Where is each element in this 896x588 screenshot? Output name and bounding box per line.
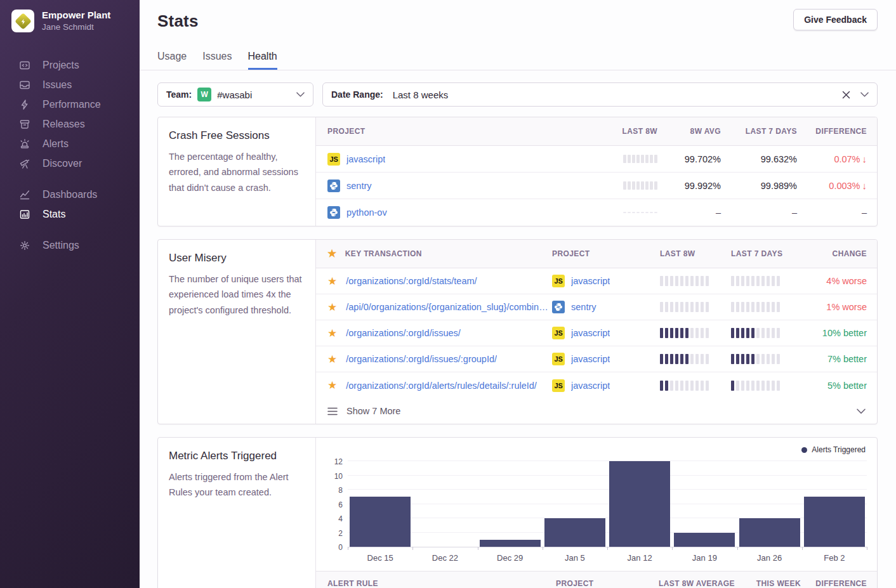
panel-description: Alerts triggered from the Alert Rules yo… [169, 469, 305, 500]
team-select-caret [296, 92, 305, 97]
javascript-platform-icon: JS [552, 275, 565, 287]
sidebar-item-releases[interactable]: Releases [0, 114, 140, 134]
y-tick-label: 12 [334, 457, 343, 466]
date-range-select[interactable]: Date Range: Last 8 weeks [322, 82, 878, 107]
misery-score-bar [660, 354, 731, 364]
panel-title: User Misery [169, 252, 305, 265]
sidebar-item-dashboards[interactable]: Dashboards [0, 185, 140, 204]
column-header: LAST 7 DAYS [721, 127, 797, 136]
javascript-platform-icon: JS [552, 353, 565, 365]
key-transaction-star-icon[interactable]: ★ [327, 302, 337, 313]
key-transaction-star-icon[interactable]: ★ [327, 354, 337, 365]
page-title: Stats [157, 11, 199, 31]
project-link[interactable]: javascript [571, 276, 610, 286]
avg-8w-value: 99.992% [657, 181, 721, 191]
metric-alerts-chart-area: Alerts Triggered 024681012 Dec 15Dec 22D… [316, 438, 877, 588]
sidebar-nav-secondary: Dashboards Stats [0, 185, 140, 224]
sidebar-item-label: Projects [43, 60, 79, 71]
x-tick [412, 547, 413, 550]
show-more-row[interactable]: Show 7 More [316, 398, 877, 424]
legend-dot-icon [801, 447, 807, 453]
sparkline [623, 155, 657, 163]
project-link[interactable]: javascript [571, 354, 610, 364]
project-link[interactable]: javascript [346, 154, 385, 164]
x-tick [737, 547, 738, 550]
project-link[interactable]: python-ov [346, 207, 387, 218]
column-header: DIFFERENCE [801, 579, 877, 588]
key-transaction-star-icon[interactable]: ★ [327, 276, 337, 287]
sidebar-item-settings[interactable]: Settings [0, 235, 140, 255]
chevron-down-icon [857, 408, 866, 414]
difference-value: 0.07%↓ [797, 154, 867, 164]
project-link[interactable]: sentry [346, 181, 372, 191]
sidebar-item-projects[interactable]: Projects [0, 55, 140, 75]
column-header: ALERT RULE [316, 579, 556, 588]
column-header: CHANGE [802, 249, 877, 258]
column-header: LAST 7 DAYS [731, 249, 802, 258]
sidebar-item-label: Discover [43, 158, 82, 169]
crash-table-header: PROJECT LAST 8W 8W AVG LAST 7 DAYS DIFFE… [316, 117, 877, 146]
tab-issues[interactable]: Issues [202, 51, 232, 70]
star-icon: ★ [327, 249, 337, 259]
transaction-link[interactable]: /organizations/:orgId/stats/team/ [346, 276, 477, 286]
transaction-link[interactable]: /organizations/:orgId/issues/ [346, 328, 461, 338]
avg-8w-value: 99.702% [657, 154, 721, 164]
crash-free-sessions-description: Crash Free Sessions The percentage of he… [158, 117, 316, 226]
tab-usage[interactable]: Usage [157, 51, 187, 70]
transaction-link[interactable]: /organizations/:orgId/issues/:groupId/ [346, 354, 497, 364]
python-icon [554, 303, 563, 311]
column-header: PROJECT [556, 579, 627, 588]
change-value: 1% worse [802, 302, 877, 312]
releases-icon [18, 118, 30, 130]
table-row: sentry 99.992% 99.989% 0.003%↓ [316, 173, 877, 199]
arrow-down-icon: ↓ [862, 154, 867, 164]
bar [350, 497, 411, 547]
give-feedback-button[interactable]: Give Feedback [793, 9, 878, 30]
project-link[interactable]: javascript [571, 328, 610, 338]
team-avatar: W [197, 88, 211, 101]
clear-icon[interactable] [842, 91, 850, 99]
chevron-down-icon [860, 92, 869, 97]
panel-description: The percentage of healthy, errored, and … [169, 149, 305, 195]
column-header: THIS WEEK [735, 579, 801, 588]
x-tick-label: Dec 15 [348, 553, 412, 563]
column-header: PROJECT [552, 249, 660, 258]
sidebar-item-performance[interactable]: Performance [0, 95, 140, 114]
sidebar: Empower Plant Jane Schmidt Projects Issu… [0, 0, 140, 588]
org-switcher[interactable]: Empower Plant Jane Schmidt [0, 0, 140, 41]
sidebar-item-alerts[interactable]: Alerts [0, 134, 140, 154]
key-transaction-star-icon[interactable]: ★ [327, 380, 337, 391]
project-link[interactable]: javascript [571, 381, 610, 391]
sidebar-item-label: Alerts [43, 138, 69, 150]
last-7-days-value: 99.632% [721, 154, 797, 164]
sidebar-item-label: Stats [43, 209, 65, 220]
project-link[interactable]: sentry [571, 302, 596, 312]
y-tick-label: 4 [338, 514, 343, 523]
table-row: python-ov – – – [316, 199, 877, 226]
table-row: JSjavascript 99.702% 99.632% 0.07%↓ [316, 146, 877, 173]
x-tick [672, 547, 673, 550]
sparkline [623, 181, 657, 190]
filter-row: Team: W #wasabi Date Range: Last 8 weeks [157, 82, 878, 107]
projects-icon [18, 59, 30, 71]
bar [544, 518, 605, 547]
sidebar-item-stats[interactable]: Stats [0, 204, 140, 224]
table-row: ★ /api/0/organizations/{organization_slu… [316, 294, 877, 320]
sidebar-item-issues[interactable]: Issues [0, 75, 140, 95]
team-select[interactable]: Team: W #wasabi [157, 82, 313, 107]
arrow-down-icon: ↓ [862, 180, 867, 191]
y-tick-label: 8 [338, 486, 343, 495]
crash-free-sessions-table: PROJECT LAST 8W 8W AVG LAST 7 DAYS DIFFE… [316, 117, 877, 226]
javascript-platform-icon: JS [552, 379, 565, 392]
y-tick-label: 10 [334, 472, 343, 481]
table-row: ★ /organizations/:orgId/stats/team/ JSja… [316, 268, 877, 294]
python-platform-icon [327, 180, 340, 192]
avg-8w-value: – [657, 207, 721, 218]
sidebar-item-discover[interactable]: Discover [0, 154, 140, 173]
transaction-link[interactable]: /organizations/:orgId/alerts/rules/detai… [346, 381, 537, 391]
org-info: Empower Plant Jane Schmidt [42, 10, 110, 32]
column-header: DIFFERENCE [797, 127, 877, 136]
key-transaction-star-icon[interactable]: ★ [327, 328, 337, 339]
transaction-link[interactable]: /api/0/organizations/{organization_slug}… [346, 302, 552, 312]
tab-health[interactable]: Health [248, 51, 277, 70]
